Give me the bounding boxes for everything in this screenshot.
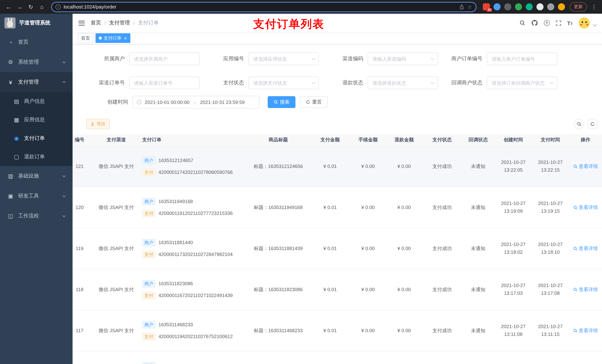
filter-label: 渠道订单号 [80,80,129,86]
breadcrumb-item-home[interactable]: 首页 [91,20,101,26]
sidebar-item-devtools[interactable]: ▣ 研发工具 [0,186,73,206]
navbar-actions: ? TT [519,17,596,29]
breadcrumb-separator: / [133,20,135,26]
pay-tag: 支付 [142,251,155,258]
cell-notify-status: 未通知 [462,228,494,269]
extension-icon[interactable] [515,3,522,10]
merchant-order-no: 1635311881440 [159,240,193,245]
view-detail-link[interactable]: 查看详情 [573,245,598,252]
extension-icon[interactable]: 10 [483,3,490,10]
workflow-icon: ◫ [7,213,14,219]
chevron-up-icon [63,81,66,84]
sidebar-toggle-icon[interactable] [78,21,85,25]
col-pay-amount: 支付金额 [311,134,350,146]
cell-id: 121 [73,146,94,187]
tab-pay-order[interactable]: 支付订单 × [96,33,130,43]
merchant-tag: 商户 [142,321,155,328]
tags-view-bar: 首页 支付订单 × [73,32,602,44]
sidebar-item-label: 研发工具 [18,193,39,199]
filter-label: 创建时间 [80,99,133,105]
channel-order-no-input[interactable] [129,77,200,89]
puzzle-extensions-icon[interactable] [547,3,554,10]
cell-create-time: 2021-10-27 13:19:09 [494,187,533,228]
url-text: localhost:1024/pay/order [64,4,456,10]
user-avatar[interactable] [579,17,590,29]
address-bar[interactable]: i localhost:1024/pay/order ☆ [51,2,476,12]
export-button[interactable]: 导出 [86,119,110,129]
search-button[interactable]: 搜索 [268,96,295,108]
help-icon[interactable]: ? [544,20,550,26]
col-create-time: 创建时间 [494,134,533,146]
orders-table-wrapper: 编号 支付渠道 支付订单 商品标题 支付金额 手续金额 退款金额 支付状态 回调… [73,134,602,364]
browser-menu-icon[interactable]: ⋮ [590,3,598,10]
cell-order: 商户1635311468233 支付4200001194202110276752… [139,310,246,351]
filter-label: 支付状态 [200,80,248,86]
extension-icon[interactable] [537,3,544,10]
tab-label: 支付订单 [104,35,121,41]
merchant-select[interactable] [129,52,200,65]
view-detail-link[interactable]: 查看详情 [573,163,598,170]
filter-label: 退款状态 [319,80,368,86]
table-row: 121 微信 JSAPI 支付 商户1635312124657 支付420000… [73,146,602,187]
breadcrumb-item-payment[interactable]: 支付管理 [109,20,130,26]
sidebar-item-infra[interactable]: ▥ 基础设施 [0,166,73,186]
cell-pay-time: 2021-10-27 13:18:10 [533,228,568,269]
tab-home[interactable]: 首页 [78,33,93,43]
reload-icon[interactable]: ↻ [26,2,35,12]
merchant-tag: 商户 [142,280,155,287]
view-detail-link[interactable]: 查看详情 [573,204,598,211]
channel-code-select[interactable] [368,52,438,65]
toggle-search-button[interactable] [574,119,584,129]
fullscreen-icon[interactable] [556,20,561,26]
cell-notify-status: 未通知 [462,269,494,310]
sidebar-item-payment[interactable]: ¥ 支付管理 [0,72,73,92]
cell-id: 117 [73,310,94,351]
sidebar-item-workflow[interactable]: ◫ 工作流程 [0,206,73,226]
sidebar-item-app-info[interactable]: ▦ 应用信息 [0,111,73,129]
chevron-down-icon [63,60,66,63]
view-detail-link[interactable]: 查看详情 [573,327,598,334]
sidebar-item-pay-order[interactable]: ◉ 支付订单 [0,129,73,148]
cell-order: 商户1635311949168 支付4200001181202110277723… [139,187,246,228]
cell-notify-status: 未通知 [462,310,494,351]
extension-icon[interactable] [526,3,533,10]
refresh-table-button[interactable] [587,119,598,129]
cell-fee-amount: ¥ 0.00 [350,187,387,228]
search-icon[interactable] [519,20,525,26]
sidebar-item-refund-order[interactable]: ▢ 退款订单 [0,148,73,166]
browser-update-button[interactable]: 更新 [570,2,587,11]
cell-pay-amount: ¥ 0.01 [311,146,350,187]
chevron-down-icon[interactable] [593,22,597,26]
create-time-range[interactable]: 2021-10-01 00:00:00 - 2021-10-31 23:59:5… [133,96,259,108]
extension-icon[interactable] [494,3,501,10]
refund-status-select[interactable] [368,77,438,89]
site-info-icon[interactable]: i [55,4,61,10]
cell-notify-status [462,351,494,364]
sidebar-item-system[interactable]: ⚙ 系统管理 [0,52,73,72]
breadcrumb: 首页 / 支付管理 / 支付订单 [91,20,159,26]
reset-button[interactable]: 重置 [300,96,328,108]
browser-profile-avatar[interactable] [558,3,565,10]
bookmark-star-icon[interactable]: ☆ [467,4,472,10]
back-icon[interactable]: ← [4,2,13,12]
font-size-icon[interactable]: TT [567,20,573,26]
home-icon[interactable]: ⌂ [37,2,47,12]
cell-title [246,351,311,364]
table-row: 119 微信 JSAPI 支付 商户1635311881440 支付420000… [73,228,602,269]
notify-status-select[interactable] [487,77,557,89]
github-icon[interactable] [531,20,538,26]
col-id: 编号 [73,134,94,146]
share-icon[interactable] [459,4,464,10]
cell-order: 商户1635311881440 支付4200001173202110272847… [139,228,246,269]
app-no-select[interactable] [248,52,319,65]
view-detail-link[interactable]: 查看详情 [573,286,598,293]
pay-status-select[interactable] [248,77,319,89]
extension-icon[interactable] [504,3,511,10]
merchant-tag: 商户 [142,239,155,246]
cell-fee-amount: ¥ 0.00 [350,146,387,187]
sidebar-item-merchant-info[interactable]: ▤ 商户信息 [0,92,73,111]
forward-icon[interactable]: → [15,2,24,12]
close-icon[interactable]: × [124,36,127,41]
merchant-order-no-input[interactable] [487,52,557,65]
sidebar-item-home[interactable]: ◔ 首页 [0,32,73,52]
